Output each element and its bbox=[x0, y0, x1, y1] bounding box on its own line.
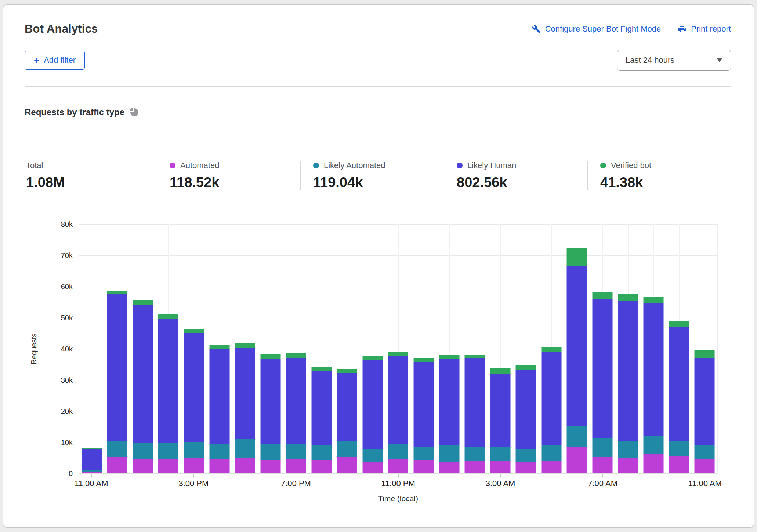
bar-column[interactable] bbox=[105, 224, 130, 473]
bar-segment-verified-bot[interactable] bbox=[541, 347, 561, 351]
bar-segment-likely-automated[interactable] bbox=[669, 441, 689, 456]
bar-segment-verified-bot[interactable] bbox=[107, 291, 127, 294]
configure-super-bot-fight-mode-link[interactable]: Configure Super Bot Fight Mode bbox=[532, 24, 661, 34]
bar-segment-likely-automated[interactable] bbox=[107, 441, 127, 457]
bar-segment-automated[interactable] bbox=[414, 460, 434, 473]
bar-segment-likely-human[interactable] bbox=[158, 319, 178, 443]
bar-segment-verified-bot[interactable] bbox=[388, 352, 408, 356]
bar-segment-likely-automated[interactable] bbox=[388, 444, 408, 459]
bar-column[interactable] bbox=[437, 224, 462, 473]
bar-segment-automated[interactable] bbox=[184, 458, 204, 473]
bar-stack[interactable] bbox=[362, 356, 383, 473]
bar-segment-likely-automated[interactable] bbox=[465, 447, 485, 461]
add-filter-button[interactable]: + Add filter bbox=[25, 51, 85, 70]
bar-column[interactable] bbox=[411, 224, 437, 473]
bar-stack[interactable] bbox=[618, 294, 638, 473]
bar-segment-automated[interactable] bbox=[618, 458, 638, 473]
bar-segment-likely-human[interactable] bbox=[311, 371, 332, 445]
bar-segment-likely-automated[interactable] bbox=[490, 447, 510, 461]
bar-stack[interactable] bbox=[593, 292, 613, 473]
bar-segment-verified-bot[interactable] bbox=[362, 356, 383, 360]
bar-segment-likely-human[interactable] bbox=[82, 449, 102, 470]
bar-segment-likely-human[interactable] bbox=[669, 327, 689, 441]
bar-segment-verified-bot[interactable] bbox=[184, 329, 204, 333]
bar-segment-verified-bot[interactable] bbox=[669, 321, 689, 327]
bar-segment-likely-human[interactable] bbox=[567, 266, 587, 426]
bar-segment-verified-bot[interactable] bbox=[337, 369, 357, 373]
bar-stack[interactable] bbox=[286, 353, 306, 473]
bar-segment-verified-bot[interactable] bbox=[286, 353, 306, 358]
bar-segment-likely-human[interactable] bbox=[362, 360, 383, 449]
bar-column[interactable] bbox=[360, 224, 385, 473]
bar-stack[interactable] bbox=[311, 367, 332, 473]
bar-segment-likely-human[interactable] bbox=[414, 362, 434, 447]
bar-column[interactable] bbox=[615, 224, 641, 473]
print-report-link[interactable]: Print report bbox=[678, 24, 731, 34]
bar-segment-verified-bot[interactable] bbox=[209, 345, 229, 349]
bar-segment-verified-bot[interactable] bbox=[695, 350, 715, 358]
bar-stack[interactable] bbox=[337, 369, 357, 473]
bar-segment-verified-bot[interactable] bbox=[158, 314, 178, 319]
bar-segment-automated[interactable] bbox=[235, 458, 255, 473]
bar-segment-likely-human[interactable] bbox=[593, 299, 613, 438]
bar-column[interactable] bbox=[156, 224, 181, 473]
bar-stack[interactable] bbox=[235, 343, 255, 473]
bar-segment-automated[interactable] bbox=[158, 459, 178, 473]
bar-segment-likely-human[interactable] bbox=[184, 333, 204, 442]
bar-column[interactable] bbox=[283, 224, 309, 473]
bar-column[interactable] bbox=[462, 224, 488, 473]
bar-segment-automated[interactable] bbox=[567, 447, 587, 473]
bar-column[interactable] bbox=[564, 224, 590, 473]
bar-segment-automated[interactable] bbox=[107, 457, 127, 473]
bar-stack[interactable] bbox=[260, 354, 280, 473]
bar-segment-likely-automated[interactable] bbox=[567, 426, 587, 447]
bar-segment-likely-human[interactable] bbox=[618, 301, 638, 441]
bar-segment-likely-human[interactable] bbox=[490, 374, 510, 447]
bar-stack[interactable] bbox=[644, 297, 664, 473]
bar-segment-automated[interactable] bbox=[388, 459, 408, 473]
bar-stack[interactable] bbox=[541, 347, 561, 473]
bar-segment-likely-human[interactable] bbox=[133, 305, 153, 443]
bar-segment-likely-human[interactable] bbox=[644, 303, 664, 436]
bar-segment-likely-human[interactable] bbox=[107, 294, 127, 441]
bar-segment-automated[interactable] bbox=[593, 457, 613, 473]
bar-column[interactable] bbox=[692, 224, 718, 473]
bar-segment-automated[interactable] bbox=[260, 460, 280, 473]
bar-segment-automated[interactable] bbox=[362, 462, 383, 473]
bar-column[interactable] bbox=[590, 224, 615, 473]
bar-segment-verified-bot[interactable] bbox=[593, 292, 613, 299]
bar-segment-verified-bot[interactable] bbox=[516, 365, 536, 370]
bar-segment-likely-automated[interactable] bbox=[593, 438, 613, 457]
bar-segment-verified-bot[interactable] bbox=[235, 343, 255, 348]
bar-segment-verified-bot[interactable] bbox=[260, 354, 280, 359]
time-range-select[interactable]: Last 24 hours bbox=[617, 50, 731, 71]
bar-stack[interactable] bbox=[107, 291, 127, 473]
bar-column[interactable] bbox=[641, 224, 666, 473]
bar-segment-verified-bot[interactable] bbox=[311, 367, 332, 371]
bar-segment-likely-automated[interactable] bbox=[311, 445, 332, 460]
bar-segment-likely-human[interactable] bbox=[337, 373, 357, 441]
bar-stack[interactable] bbox=[184, 329, 204, 473]
bar-segment-likely-automated[interactable] bbox=[184, 442, 204, 458]
bar-segment-automated[interactable] bbox=[695, 459, 715, 473]
bar-segment-automated[interactable] bbox=[209, 459, 229, 473]
bar-segment-likely-automated[interactable] bbox=[362, 449, 383, 462]
bar-segment-automated[interactable] bbox=[311, 460, 332, 473]
bar-column[interactable] bbox=[181, 224, 207, 473]
bar-segment-likely-automated[interactable] bbox=[618, 441, 638, 458]
bar-stack[interactable] bbox=[465, 355, 485, 473]
bar-segment-likely-human[interactable] bbox=[209, 349, 229, 444]
bar-stack[interactable] bbox=[209, 345, 229, 473]
bar-segment-likely-automated[interactable] bbox=[286, 444, 306, 459]
bar-column[interactable] bbox=[309, 224, 334, 473]
bar-segment-automated[interactable] bbox=[337, 457, 357, 473]
bar-segment-likely-automated[interactable] bbox=[414, 447, 434, 460]
bar-stack[interactable] bbox=[133, 300, 153, 473]
bar-segment-verified-bot[interactable] bbox=[618, 294, 638, 301]
bar-segment-automated[interactable] bbox=[439, 462, 459, 473]
bar-stack[interactable] bbox=[695, 350, 715, 473]
bar-segment-likely-human[interactable] bbox=[439, 359, 459, 445]
bar-column[interactable] bbox=[79, 224, 105, 473]
bar-segment-likely-automated[interactable] bbox=[541, 445, 561, 461]
bar-segment-automated[interactable] bbox=[644, 454, 664, 473]
